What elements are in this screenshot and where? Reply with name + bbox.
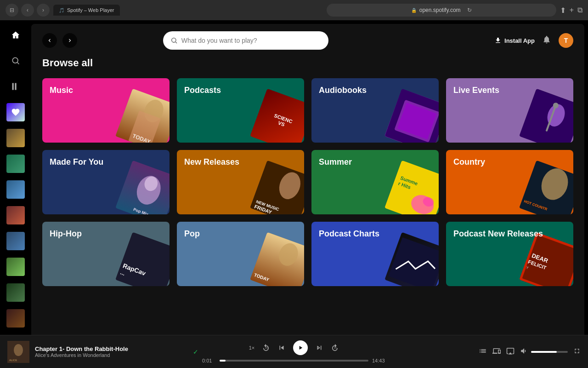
fullscreen-button[interactable] xyxy=(573,347,581,356)
category-new-releases-label: New Releases xyxy=(184,157,239,167)
category-audiobooks-artwork xyxy=(384,89,439,143)
share-icon[interactable]: ⬆ xyxy=(560,6,566,15)
airplay-button[interactable] xyxy=(506,347,514,357)
category-podcasts-label: Podcasts xyxy=(184,86,221,96)
player-controls: 1× 15 15 0:01 14:43 xyxy=(198,340,390,363)
sidebar-thumb-8[interactable] xyxy=(6,309,25,328)
player-progress: 0:01 14:43 xyxy=(202,358,386,363)
skip-forward-button[interactable] xyxy=(315,344,323,352)
browser-tab-bar: 🎵 Spotify – Web Player xyxy=(53,5,323,16)
address-bar[interactable]: 🔒 open.spotify.com ↻ xyxy=(327,4,556,17)
category-new-releases[interactable]: New Releases NEW MUSIC FRIDAY xyxy=(177,150,304,214)
player-verified-icon: ✓ xyxy=(193,348,198,356)
search-input[interactable] xyxy=(181,37,321,44)
sidebar-thumb-2[interactable] xyxy=(6,155,25,173)
top-nav: Install App T xyxy=(31,24,584,57)
category-audiobooks[interactable]: Audiobooks xyxy=(311,78,439,143)
browser-actions: ⬆ + ⧉ xyxy=(560,6,582,15)
category-podcast-new-releases[interactable]: Podcast New Releases DEAR FELICIT Y xyxy=(446,222,573,286)
player-buttons: 1× 15 15 xyxy=(249,340,339,355)
back-button[interactable]: ‹ xyxy=(21,4,34,17)
sidebar-thumb-7[interactable] xyxy=(6,283,25,302)
category-country-artwork: HOT COUNTR xyxy=(519,161,573,214)
progress-bar[interactable] xyxy=(220,360,368,362)
browser-controls: ⊟ ‹ › xyxy=(6,4,50,17)
sidebar-thumb-1[interactable] xyxy=(6,129,25,147)
play-pause-button[interactable] xyxy=(293,340,308,355)
sidebar-search[interactable] xyxy=(6,52,25,70)
queue-button[interactable] xyxy=(479,347,487,357)
devices-button[interactable] xyxy=(492,347,501,357)
volume-control[interactable] xyxy=(520,347,568,357)
refresh-icon[interactable]: ↻ xyxy=(467,7,472,13)
user-avatar[interactable]: T xyxy=(559,33,573,48)
category-pop[interactable]: Pop TODAY xyxy=(177,222,304,286)
svg-line-5 xyxy=(175,42,177,43)
category-podcast-charts[interactable]: Podcast Charts xyxy=(311,222,439,286)
install-label: Install App xyxy=(504,37,535,44)
volume-track[interactable] xyxy=(531,351,568,353)
player-album-art: ALICE xyxy=(7,341,29,363)
player-track-name: Chapter 1- Down the Rabbit-Hole xyxy=(35,345,187,352)
search-bar[interactable] xyxy=(163,31,328,50)
svg-point-44 xyxy=(14,344,23,356)
browse-all: Browse all Music TODAY xyxy=(31,57,584,297)
svg-rect-13 xyxy=(519,89,573,143)
svg-point-4 xyxy=(171,38,175,42)
skip-back-button[interactable] xyxy=(277,344,286,352)
category-country[interactable]: Country HOT COUNTR xyxy=(446,150,573,214)
sidebar-thumb-4[interactable] xyxy=(6,206,25,224)
sidebar-thumb-5[interactable] xyxy=(6,232,25,250)
svg-text:ALICE: ALICE xyxy=(9,359,17,362)
rewind-button[interactable]: 15 xyxy=(262,344,270,352)
url-text: open.spotify.com xyxy=(419,7,461,13)
player-track-info: ALICE Chapter 1- Down the Rabbit-Hole Al… xyxy=(7,341,198,363)
category-summer[interactable]: Summer Summe r Hits xyxy=(311,150,439,214)
player-time-total: 14:43 xyxy=(372,358,386,363)
category-podcast-charts-label: Podcast Charts xyxy=(319,229,379,239)
nav-back[interactable] xyxy=(42,33,57,48)
install-app-button[interactable]: Install App xyxy=(494,37,535,44)
player-track-artist: Alice's Adventures in Wonderland xyxy=(35,352,187,358)
category-hip-hop-label: Hip-Hop xyxy=(50,229,82,239)
tabs-icon[interactable]: ⧉ xyxy=(577,6,582,14)
category-grid: Music TODAY Podcasts xyxy=(42,78,573,286)
category-hip-hop[interactable]: Hip-Hop RapCav ... xyxy=(42,222,170,286)
notifications-button[interactable] xyxy=(542,35,551,46)
sidebar xyxy=(0,20,31,368)
category-music[interactable]: Music TODAY xyxy=(42,78,170,143)
svg-text:15: 15 xyxy=(265,346,268,349)
category-podcast-charts-artwork xyxy=(384,232,439,286)
player-time-current: 0:01 xyxy=(202,358,216,363)
category-podcast-new-releases-artwork: DEAR FELICIT Y xyxy=(519,232,573,286)
category-podcasts[interactable]: Podcasts SCIENCVS xyxy=(177,78,304,143)
forward-button[interactable]: 15 xyxy=(331,344,339,352)
category-made-for-you[interactable]: Made For You Pop Mix xyxy=(42,150,170,214)
forward-button[interactable]: › xyxy=(37,4,50,17)
app: Install App T Browse all Music xyxy=(0,20,588,368)
browser-tab[interactable]: 🎵 Spotify – Web Player xyxy=(53,5,120,16)
nav-forward[interactable] xyxy=(62,33,77,48)
sidebar-thumb-6[interactable] xyxy=(6,258,25,276)
category-podcasts-artwork: SCIENCVS xyxy=(250,89,304,143)
category-music-label: Music xyxy=(50,86,73,96)
category-music-artwork: TODAY xyxy=(115,89,170,143)
sidebar-library[interactable] xyxy=(6,77,25,96)
search-icon xyxy=(170,37,178,44)
category-live-events-artwork xyxy=(519,89,573,143)
category-live-events-label: Live Events xyxy=(453,86,499,96)
playback-speed[interactable]: 1× xyxy=(249,345,255,351)
svg-line-1 xyxy=(17,63,19,64)
sidebar-liked-songs[interactable] xyxy=(6,103,25,121)
download-icon xyxy=(494,37,502,44)
progress-bar-fill xyxy=(220,360,226,362)
sidebar-toggle[interactable]: ⊟ xyxy=(6,4,18,17)
sidebar-home[interactable] xyxy=(6,26,25,44)
category-hip-hop-artwork: RapCav ... xyxy=(115,232,170,286)
new-tab-icon[interactable]: + xyxy=(570,6,574,14)
svg-rect-31 xyxy=(115,232,170,286)
category-summer-artwork: Summe r Hits xyxy=(384,161,439,214)
category-live-events[interactable]: Live Events xyxy=(446,78,573,143)
sidebar-thumb-3[interactable] xyxy=(6,180,25,199)
svg-rect-37 xyxy=(388,237,439,286)
